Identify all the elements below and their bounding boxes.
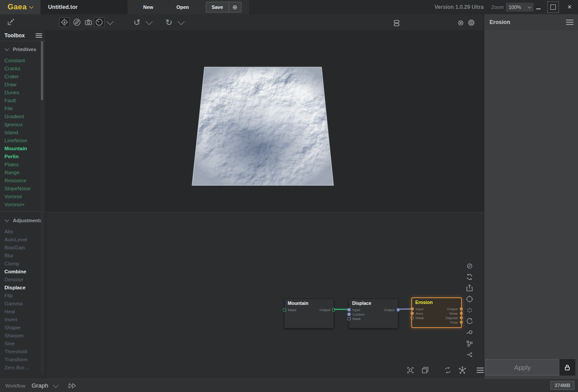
toolbox-item-sharpen[interactable]: Sharpen bbox=[4, 332, 46, 340]
view-mode-chevron-icon[interactable] bbox=[53, 382, 59, 388]
toolbox-item-zerobor[interactable]: Zero Bor… bbox=[4, 364, 46, 372]
toolbox-item-gamma[interactable]: Gamma bbox=[4, 300, 46, 308]
toolbox-item-invert[interactable]: Invert bbox=[4, 316, 46, 324]
toolbox-item-dunes[interactable]: Dunes bbox=[4, 88, 46, 96]
probe-pin-button[interactable] bbox=[465, 328, 474, 337]
close-button[interactable]: × bbox=[564, 0, 575, 14]
zoom-dropdown[interactable]: 100% bbox=[506, 3, 534, 12]
undo-history-chevron-icon[interactable] bbox=[146, 18, 153, 25]
toolbox-item-sine[interactable]: Sine bbox=[4, 340, 46, 348]
toolbox-item-autolevel[interactable]: AutoLevel bbox=[4, 236, 46, 244]
output-port-output[interactable] bbox=[332, 308, 336, 312]
toolbox-item-abs[interactable]: Abs bbox=[4, 228, 46, 236]
open-button[interactable]: Open bbox=[170, 4, 195, 10]
toolbox-item-mountain[interactable]: Mountain bbox=[4, 144, 46, 152]
viewport-3d[interactable] bbox=[46, 30, 484, 212]
swap-refresh-button[interactable] bbox=[442, 366, 453, 375]
view-mode-dropdown[interactable]: Graph bbox=[32, 382, 48, 389]
output-port-deposit[interactable] bbox=[460, 316, 463, 320]
toolbox-item-cracks[interactable]: Cracks bbox=[4, 64, 46, 72]
new-button[interactable]: New bbox=[137, 4, 160, 10]
toolbox-section-header-adjustments[interactable]: Adjustments bbox=[0, 211, 46, 223]
view-options-chevron-icon[interactable] bbox=[107, 18, 114, 25]
toolbox-item-resource[interactable]: Resource bbox=[4, 176, 46, 184]
branch-split-button[interactable] bbox=[465, 350, 474, 359]
undo-button[interactable]: ↺ bbox=[132, 17, 142, 27]
layout-toggle-button[interactable] bbox=[391, 18, 402, 28]
output-port-output[interactable] bbox=[460, 307, 463, 311]
toolbox-item-perlin[interactable]: Perlin bbox=[4, 152, 46, 160]
reset-rotation-button[interactable] bbox=[465, 317, 474, 326]
graph-node-erosion[interactable]: ErosionInputAreaMaskOutputWearDepositFlo… bbox=[411, 297, 462, 328]
minimize-button[interactable] bbox=[534, 0, 543, 14]
output-port-output[interactable] bbox=[397, 308, 400, 312]
input-port-input[interactable] bbox=[410, 307, 414, 311]
toolbox-section-header-primitives[interactable]: Primitives bbox=[0, 47, 46, 52]
toolbox-item-shaper[interactable]: Shaper bbox=[4, 324, 46, 332]
output-port-wear[interactable] bbox=[460, 312, 463, 315]
toolbox-item-crater[interactable]: Crater bbox=[4, 72, 46, 80]
layout-nodes-button[interactable] bbox=[457, 366, 468, 375]
cancel-build-button[interactable]: ⊗ bbox=[455, 18, 466, 28]
toolbox-item-voronoi[interactable]: Voronoi+ bbox=[4, 200, 46, 208]
focus-node-button[interactable] bbox=[465, 295, 474, 304]
fit-view-button[interactable] bbox=[405, 366, 416, 375]
app-menu[interactable]: Gaea bbox=[0, 0, 40, 14]
toolbox-item-igneous[interactable]: Igneous bbox=[4, 120, 46, 128]
save-button[interactable]: Save bbox=[206, 2, 229, 12]
input-port-area[interactable] bbox=[410, 312, 414, 315]
panel-menu-icon[interactable] bbox=[566, 20, 574, 25]
toolbox-item-island[interactable]: Island bbox=[4, 128, 46, 136]
disable-node-button[interactable]: ⊘ bbox=[465, 261, 474, 270]
input-port-mask[interactable] bbox=[410, 316, 414, 320]
input-port-mask[interactable] bbox=[347, 317, 351, 320]
node-graph[interactable]: MountainMaskOutputDisplaceInputCustomMas… bbox=[46, 212, 484, 379]
terrain-view-button[interactable] bbox=[59, 17, 70, 27]
device-button[interactable] bbox=[466, 18, 477, 28]
toolbox-item-transform[interactable]: Transform bbox=[4, 356, 46, 364]
save-plus-icon[interactable]: ⊕ bbox=[229, 2, 241, 12]
toolbox-item-heal[interactable]: Heal bbox=[4, 308, 46, 316]
toolbox-menu-icon[interactable] bbox=[36, 33, 42, 38]
mutate-seed-button[interactable] bbox=[465, 306, 474, 315]
input-port-input[interactable] bbox=[347, 308, 351, 312]
duplicate-node-button[interactable] bbox=[419, 366, 430, 375]
toolbox-item-gradient[interactable]: Gradient bbox=[4, 112, 46, 120]
toolbox-item-biasgain[interactable]: BiasGain bbox=[4, 244, 46, 252]
toolbox-item-linenoise[interactable]: LineNoise bbox=[4, 136, 46, 144]
maximize-button[interactable] bbox=[548, 2, 558, 12]
toolbox-item-slopenoise[interactable]: SlopeNoise bbox=[4, 184, 46, 192]
graph-node-mountain[interactable]: MountainMaskOutput bbox=[284, 299, 334, 328]
toolbox-item-threshold[interactable]: Threshold bbox=[4, 348, 46, 356]
leaf-view-button[interactable] bbox=[72, 17, 82, 27]
document-tab[interactable]: Untitled.tor bbox=[40, 0, 128, 14]
toolbox-item-draw[interactable]: Draw bbox=[4, 80, 46, 88]
apply-button[interactable]: Apply bbox=[486, 359, 559, 376]
fast-forward-button[interactable] bbox=[68, 382, 78, 389]
toolbox-item-constant[interactable]: Constant bbox=[4, 56, 46, 64]
toolbox-item-file[interactable]: File bbox=[4, 104, 46, 112]
input-port-mask[interactable] bbox=[283, 308, 286, 312]
toolbox-item-clamp[interactable]: Clamp bbox=[4, 260, 46, 268]
redo-history-chevron-icon[interactable] bbox=[178, 18, 185, 25]
add-node-button[interactable] bbox=[5, 17, 16, 27]
input-port-custom[interactable] bbox=[347, 312, 351, 316]
toolbox-item-blur[interactable]: Blur bbox=[4, 252, 46, 260]
toolbox-item-displace[interactable]: Displace bbox=[4, 284, 46, 292]
auto-build-button[interactable] bbox=[465, 272, 474, 281]
lock-button[interactable] bbox=[559, 359, 575, 376]
toolbox-item-plates[interactable]: Plates bbox=[4, 160, 46, 168]
toolbox-item-voronoi[interactable]: Voronoi bbox=[4, 192, 46, 200]
toolbox-item-flip[interactable]: Flip bbox=[4, 292, 46, 300]
toolbox-item-denoise[interactable]: Denoise bbox=[4, 276, 46, 284]
organize-nodes-button[interactable] bbox=[465, 339, 474, 348]
redo-button[interactable]: ↻ bbox=[164, 17, 174, 27]
screenshot-button[interactable] bbox=[83, 17, 94, 27]
toolbox-item-fault[interactable]: Fault bbox=[4, 96, 46, 104]
graph-node-displace[interactable]: DisplaceInputCustomMaskOutput bbox=[349, 299, 398, 328]
sidebar-scrollbar-thumb[interactable] bbox=[41, 41, 43, 100]
toolbox-item-combine[interactable]: Combine bbox=[4, 268, 46, 276]
compass-view-button[interactable] bbox=[94, 17, 104, 27]
output-port-flow[interactable] bbox=[460, 320, 463, 324]
export-node-button[interactable] bbox=[465, 284, 474, 292]
